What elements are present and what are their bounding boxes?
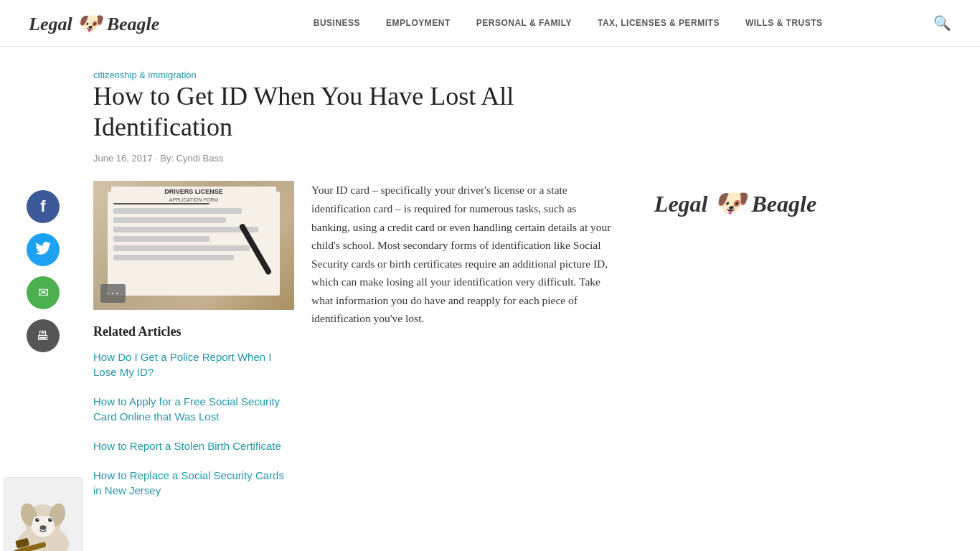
related-articles-title: Related Articles: [93, 324, 294, 339]
nav-tax[interactable]: TAX, LICENSES & PERMITS: [598, 18, 720, 28]
page-container: f ✉ 🖶: [0, 47, 980, 551]
main-content: citizenship & immigration How to Get ID …: [86, 47, 631, 551]
license-form: [108, 192, 280, 296]
related-dog-widget: RELATED How Do I Get a: [4, 477, 83, 551]
twitter-icon: [35, 242, 51, 258]
search-icon[interactable]: 🔍: [933, 14, 951, 32]
right-logo-beagle: Beagle: [752, 191, 817, 217]
logo-beagle: Beagle: [107, 14, 160, 34]
svg-point-9: [37, 519, 39, 520]
svg-point-10: [50, 519, 52, 520]
related-link-nj-social[interactable]: How to Replace a Social Security Cards i…: [93, 468, 294, 498]
main-nav: BUSINESS EMPLOYMENT PERSONAL & FAMILY TA…: [202, 18, 933, 28]
right-logo-area: Legal 🐶 Beagle: [639, 190, 832, 216]
facebook-share-button[interactable]: f: [27, 190, 60, 223]
article-text-column: Your ID card – specifically your driver'…: [311, 181, 617, 512]
nav-wills[interactable]: WILLS & TRUSTS: [745, 18, 823, 28]
author-name: Cyndi Bass: [176, 153, 224, 164]
svg-point-7: [35, 518, 39, 522]
print-icon: 🖶: [37, 329, 50, 344]
site-logo[interactable]: Legal 🐶 Beagle: [29, 11, 159, 35]
logo-text: Legal 🐶 Beagle: [29, 11, 159, 35]
image-more-button[interactable]: ···: [100, 284, 126, 303]
logo-legal: Legal: [29, 14, 72, 34]
email-share-button[interactable]: ✉: [27, 276, 60, 309]
svg-point-11: [40, 525, 47, 529]
article-title: How to Get ID When You Have Lost All Ide…: [93, 81, 617, 143]
related-link-birth-cert[interactable]: How to Report a Stolen Birth Certificate: [93, 438, 294, 453]
article-image: DRIVERS LICENSE APPLICATION FORM ···: [93, 181, 294, 310]
print-button[interactable]: 🖶: [27, 319, 60, 352]
related-link-social-security[interactable]: How to Apply for a Free Social Security …: [93, 394, 294, 424]
dog-image-area: [4, 478, 82, 551]
dog-card: RELATED How Do I Get a: [4, 477, 83, 551]
nav-employment[interactable]: EMPLOYMENT: [386, 18, 451, 28]
article-image-column: DRIVERS LICENSE APPLICATION FORM ··· Rel…: [93, 181, 294, 512]
dog-illustration: [4, 485, 82, 551]
related-link-police[interactable]: How Do I Get a Police Report When I Lose…: [93, 349, 294, 380]
right-logo-dog-icon: 🐶: [714, 189, 746, 217]
article-body-text: Your ID card – specifically your driver'…: [311, 181, 617, 328]
email-icon: ✉: [38, 285, 49, 301]
right-logo: Legal 🐶 Beagle: [654, 190, 816, 216]
svg-point-8: [48, 518, 52, 522]
author-prefix: By:: [160, 153, 174, 164]
nav-personal-family[interactable]: PERSONAL & FAMILY: [476, 18, 572, 28]
sidebar-right: Legal 🐶 Beagle: [631, 47, 847, 551]
facebook-icon: f: [40, 197, 45, 216]
article-date: June 16, 2017: [93, 153, 152, 164]
site-header: Legal 🐶 Beagle BUSINESS EMPLOYMENT PERSO…: [0, 0, 980, 47]
nav-business[interactable]: BUSINESS: [314, 18, 360, 28]
article-meta: June 16, 2017 · By: Cyndi Bass: [93, 153, 617, 164]
right-logo-text: Legal 🐶 Beagle: [654, 190, 816, 216]
breadcrumb[interactable]: citizenship & immigration: [93, 70, 197, 80]
article-body: DRIVERS LICENSE APPLICATION FORM ··· Rel…: [93, 181, 617, 512]
logo-dog-icon: 🐶: [77, 12, 102, 34]
twitter-share-button[interactable]: [27, 233, 60, 266]
right-logo-legal: Legal: [654, 191, 708, 217]
related-articles: Related Articles How Do I Get a Police R…: [93, 324, 294, 498]
license-title-area: DRIVERS LICENSE APPLICATION FORM: [111, 187, 276, 203]
sidebar-left: f ✉ 🖶: [0, 47, 86, 551]
